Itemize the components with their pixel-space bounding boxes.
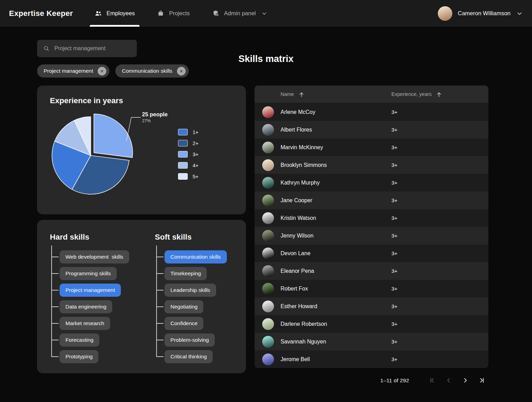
legend-label: 5+ — [193, 173, 198, 179]
experience-chart-card: Experience in years 25 people 27% 1+2+3+… — [37, 86, 246, 214]
employee-name: Jane Cooper — [281, 197, 391, 204]
pie-callout-label: 25 people 27% — [142, 111, 168, 123]
sort-by-name[interactable]: Name — [281, 91, 391, 98]
callout-percent: 27% — [142, 118, 168, 123]
employee-experience: 3+ — [391, 197, 488, 204]
table-row[interactable]: Kristin Watson3+ — [255, 209, 488, 227]
filter-chip: Communication skills — [115, 64, 189, 78]
employee-experience: 3+ — [391, 268, 488, 274]
skill-chip[interactable]: Negotiating — [165, 300, 203, 313]
table-row[interactable]: Marvin McKinney3+ — [255, 139, 488, 156]
pie-slice-3+[interactable] — [94, 114, 133, 158]
pagination-next-button[interactable] — [462, 377, 469, 384]
table-row[interactable]: Arlene McCoy3+ — [255, 103, 488, 121]
skill-chip[interactable]: Project management — [60, 284, 121, 297]
legend-label: 2+ — [193, 140, 198, 146]
skill-row: Web development skills — [60, 250, 155, 263]
avatar — [262, 195, 274, 206]
table-row[interactable]: Albert Flores3+ — [255, 121, 488, 139]
avatar — [438, 6, 452, 21]
tab-employees[interactable]: Employees — [95, 0, 135, 27]
employee-experience: 3+ — [391, 303, 488, 310]
right-column: Name Experience, years Arlene McCoy3+Alb… — [255, 86, 488, 384]
table-row[interactable]: Brooklyn Simmons3+ — [255, 156, 488, 174]
skill-chip[interactable]: Data engineering — [60, 300, 112, 313]
avatar — [262, 177, 274, 189]
table-row[interactable]: Darlene Robertson3+ — [255, 315, 488, 333]
filter-chip: Project management — [37, 64, 109, 78]
tab-admin-panel[interactable]: Admin panel — [212, 0, 267, 27]
pagination-last-button[interactable] — [478, 377, 486, 384]
avatar — [262, 354, 274, 365]
callout-people: 25 people — [142, 111, 168, 118]
table-row[interactable]: Devon Lane3+ — [255, 244, 488, 262]
skill-chip[interactable]: Timekeeping — [165, 267, 207, 280]
table-row[interactable]: Jenny Wilson3+ — [255, 227, 488, 244]
table-row[interactable]: Eleanor Pena3+ — [255, 262, 488, 280]
tab-label: Admin panel — [224, 10, 256, 17]
pagination-prev-button[interactable] — [445, 377, 452, 384]
column-header-name: Name — [281, 91, 294, 97]
skill-row: Project management — [60, 284, 155, 297]
remove-filter-button[interactable] — [98, 67, 106, 75]
table-row[interactable]: Esther Howard3+ — [255, 297, 488, 315]
tab-projects[interactable]: Projects — [157, 0, 190, 27]
skill-row: Data engineering — [60, 300, 155, 313]
skill-row: Communication skills — [165, 250, 227, 263]
skill-chip[interactable]: Web development skills — [60, 250, 129, 263]
employee-name: Kathryn Murphy — [281, 180, 391, 186]
user-menu[interactable]: Cameron Williamson — [438, 6, 523, 21]
experience-pie-chart — [37, 86, 246, 214]
skill-chip[interactable]: Programming skills — [60, 267, 117, 280]
employee-name: Marvin McKinney — [281, 144, 391, 151]
avatar — [262, 301, 274, 312]
legend-item: 5+ — [178, 173, 198, 180]
chevron-left-icon — [445, 377, 452, 384]
pagination-first-button[interactable] — [428, 377, 436, 384]
column-header-experience: Experience, years — [391, 91, 432, 97]
user-name: Cameron Williamson — [458, 10, 511, 17]
legend-item: 1+ — [178, 128, 198, 135]
skill-chip[interactable]: Confidence — [165, 317, 203, 330]
pagination-range: 1–11 of 292 — [380, 377, 409, 384]
employees-table: Name Experience, years Arlene McCoy3+Alb… — [255, 86, 488, 368]
table-row[interactable]: Savannah Nguyen3+ — [255, 333, 488, 350]
employee-name: Jenny Wilson — [281, 233, 391, 239]
employee-name: Arlene McCoy — [281, 109, 391, 115]
skill-chip[interactable]: Prototyping — [60, 350, 98, 363]
employee-experience: 3+ — [391, 339, 488, 345]
search-box[interactable] — [37, 40, 137, 57]
avatar — [262, 318, 274, 330]
legend-label: 4+ — [193, 162, 198, 168]
remove-filter-button[interactable] — [177, 67, 186, 75]
skills-card: Hard skills Web development skillsProgra… — [37, 220, 246, 373]
skill-chip[interactable]: Market research — [60, 317, 110, 330]
skill-row: Leadership skills — [165, 284, 227, 297]
close-icon — [179, 69, 183, 73]
table-row[interactable]: Jane Cooper3+ — [255, 191, 488, 209]
main-nav: Employees Projects Admin panel — [95, 0, 267, 27]
legend-swatch — [178, 129, 188, 135]
avatar — [262, 212, 274, 224]
employee-experience: 3+ — [391, 286, 488, 292]
legend-label: 3+ — [193, 151, 198, 157]
user-shield-gear-icon — [212, 10, 220, 17]
skill-chip[interactable]: Communication skills — [165, 250, 227, 263]
table-row[interactable]: Robert Fox3+ — [255, 280, 488, 297]
hard-skills-column: Hard skills Web development skillsProgra… — [50, 233, 155, 363]
app-logo: Expertise Keeper — [9, 9, 73, 18]
table-row[interactable]: Kathryn Murphy3+ — [255, 174, 488, 191]
sort-asc-icon — [298, 91, 305, 98]
skill-chip[interactable]: Leadership skills — [165, 284, 216, 297]
employee-experience: 3+ — [391, 162, 488, 168]
legend-item: 3+ — [178, 151, 198, 158]
search-input[interactable] — [54, 45, 131, 52]
skill-chip[interactable]: Problem-solving — [165, 333, 215, 347]
table-row[interactable]: Jerome Bell3+ — [255, 350, 488, 368]
skill-chip[interactable]: Forecasting — [60, 333, 99, 347]
avatar — [262, 230, 274, 242]
sort-by-experience[interactable]: Experience, years — [391, 91, 488, 98]
hard-skills-tree: Web development skillsProgramming skills… — [51, 250, 155, 363]
skill-chip[interactable]: Critical thinking — [165, 350, 213, 363]
avatar — [262, 248, 274, 259]
